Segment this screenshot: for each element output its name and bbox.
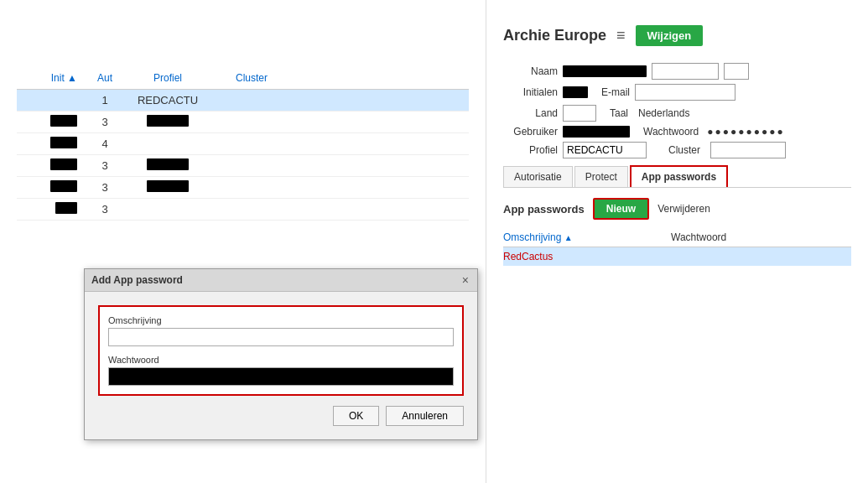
wachtwoord-filled-input[interactable] [108,367,454,386]
ok-button[interactable]: OK [333,406,379,426]
form-row-profiel: Profiel Cluster [503,142,851,158]
cell-profiel [126,180,210,195]
app-row-name: RedCactus [503,251,671,262]
wachtwoord-label: Wachtwoord [108,355,454,365]
cell-profiel [126,115,210,129]
cluster-form-label: Cluster [668,144,700,156]
add-app-password-dialog: Add App password × Omschrijving Wachtwoo… [84,268,478,440]
table-row[interactable]: 3 [17,199,469,221]
naam-second-input[interactable] [652,63,719,80]
cell-init [17,115,84,129]
cell-profiel: REDCACTU [126,94,210,106]
annuleren-button[interactable]: Annuleren [386,406,464,426]
verwijderen-button[interactable]: Verwijderen [657,203,710,215]
col-omschrijving[interactable]: Omschrijving ▲ [503,231,671,243]
col-header-aut[interactable]: Aut [84,72,126,84]
cell-profiel [126,158,210,173]
table-row[interactable]: 3 [17,177,469,199]
tabs-row: Autorisatie Protect App passwords [503,165,851,187]
wachtwoord-dots: ●●●●●●●●●● [707,126,784,138]
redacted-profiel [147,158,189,170]
col-header-cluster[interactable]: Cluster [210,72,294,84]
cell-aut: 3 [84,181,126,194]
form-row-land: Land Taal Nederlands [503,105,851,122]
wachtwoord-form-label: Wachtwoord [643,126,699,138]
naam-label: Naam [503,65,558,77]
right-panel: Archie Europe ≡ Wijzigen Naam Initialen … [486,0,868,483]
sort-arrow-icon: ▲ [564,233,573,242]
user-form: Naam Initialen E-mail Land Taal Nederlan… [503,63,851,158]
naam-third-input[interactable] [724,63,749,80]
table-row[interactable]: 3 [17,112,469,133]
cell-aut: 4 [84,138,126,150]
redacted-profiel [147,115,189,127]
taal-label: Taal [610,107,628,119]
email-label: E-mail [601,86,630,98]
cell-init [17,137,84,151]
land-label: Land [503,107,558,119]
cell-init [17,180,84,195]
redacted-init [55,202,77,214]
tabs-area: Autorisatie Protect App passwords [503,165,851,188]
col-wachtwoord: Wachtwoord [671,231,851,243]
hamburger-icon[interactable]: ≡ [616,27,626,44]
user-table-area: Init ▲ Aut Profiel Cluster 1 REDCACTU 3 [0,0,486,221]
col-header-profiel[interactable]: Profiel [126,72,210,84]
gebruiker-value-redacted [563,126,630,138]
table-row[interactable]: 1 REDCACTU [17,90,469,112]
nieuw-button[interactable]: Nieuw [593,198,649,220]
profiel-input[interactable] [563,142,647,158]
app-passwords-header: App passwords Nieuw Verwijderen [503,198,851,220]
redacted-init [50,115,77,127]
omschrijving-input[interactable] [108,328,454,346]
initialen-label: Initialen [503,86,558,98]
app-table-row[interactable]: RedCactus [503,247,851,266]
cell-aut: 3 [84,116,126,128]
table-row[interactable]: 3 [17,155,469,177]
cluster-input[interactable] [710,142,786,158]
gebruiker-label: Gebruiker [503,126,558,138]
cell-init [17,158,84,173]
tab-app-passwords[interactable]: App passwords [630,165,728,187]
form-row-naam: Naam [503,63,851,80]
tab-protect[interactable]: Protect [574,166,628,187]
app-table-headers: Omschrijving ▲ Wachtwoord [503,228,851,247]
redacted-init [50,137,77,148]
form-row-initialen: Initialen E-mail [503,84,851,101]
col-header-init[interactable]: Init ▲ [17,72,84,84]
taal-value: Nederlands [638,107,689,119]
cell-aut: 3 [84,203,126,216]
dialog-field-group: Omschrijving Wachtwoord [98,305,464,396]
table-header-row: Init ▲ Aut Profiel Cluster [17,67,469,90]
app-title: Archie Europe [503,27,606,44]
omschrijving-label: Omschrijving [108,315,454,325]
app-passwords-section: App passwords Nieuw Verwijderen Omschrij… [503,198,851,266]
dialog-title: Add App password [91,274,183,286]
email-input[interactable] [635,84,735,101]
cell-aut: 1 [84,94,126,106]
wijzigen-button[interactable]: Wijzigen [636,25,704,46]
naam-value-redacted [563,65,647,77]
redacted-init [50,158,77,170]
redacted-profiel [147,180,189,192]
dialog-close-button[interactable]: × [460,273,470,287]
dialog-body: Omschrijving Wachtwoord OK Annuleren [85,292,477,439]
cell-init [17,202,84,216]
app-passwords-title: App passwords [503,203,585,216]
tab-autorisatie[interactable]: Autorisatie [503,166,573,187]
dialog-titlebar: Add App password × [85,269,477,292]
table-row[interactable]: 4 [17,133,469,155]
form-row-gebruiker: Gebruiker Wachtwoord ●●●●●●●●●● [503,126,851,138]
initialen-value-redacted [563,86,588,98]
dialog-buttons: OK Annuleren [98,406,464,426]
land-input[interactable] [563,105,596,122]
cell-aut: 3 [84,159,126,172]
redacted-init [50,180,77,192]
profiel-form-label: Profiel [503,144,558,156]
right-header: Archie Europe ≡ Wijzigen [503,25,851,46]
